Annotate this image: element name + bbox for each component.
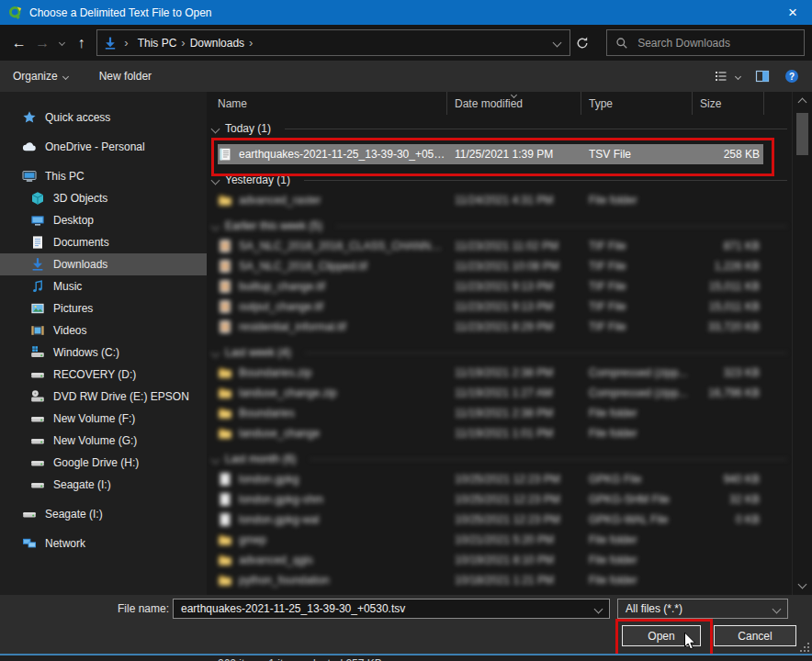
- column-headers: NameDate modifiedTypeSize: [207, 92, 812, 115]
- file-row-selected[interactable]: earthquakes-2021-11-25_13-39-30_+0530...…: [218, 144, 763, 164]
- size-cell: 871 KB: [693, 240, 763, 252]
- type-cell: TIF File: [581, 260, 693, 273]
- sidebar-item-downloads[interactable]: Downloads: [0, 253, 207, 275]
- file-name-combo: [173, 599, 610, 619]
- file-row[interactable]: london.gpkg-wal10/25/2021 12:23 PMGPKG-W…: [218, 510, 763, 530]
- file-name-input[interactable]: [174, 602, 595, 615]
- music-icon: [30, 279, 45, 294]
- sidebar-item-windows-c[interactable]: Windows (C:): [0, 342, 207, 364]
- sidebar-item-label: 3D Objects: [53, 192, 107, 205]
- file-row[interactable]: residential_informal.tif11/23/2021 8:29 …: [218, 317, 763, 337]
- type-cell: Compressed (zipp...: [581, 387, 693, 399]
- up-button[interactable]: ↑: [70, 35, 93, 51]
- preview-pane-icon[interactable]: [755, 69, 770, 84]
- file-row[interactable]: advanced_raster11/24/2021 4:31 PMFile fo…: [218, 190, 763, 210]
- recent-locations-chevron-icon[interactable]: [59, 39, 65, 46]
- breadcrumb-item-downloads[interactable]: Downloads: [187, 37, 247, 50]
- sidebar-item-seagate-i[interactable]: Seagate (I:): [0, 474, 207, 496]
- file-row[interactable]: gmep10/21/2021 5:20 PMFile folder: [218, 530, 763, 550]
- search-input[interactable]: [636, 36, 796, 50]
- file-name-text: london.gpkg: [239, 473, 299, 486]
- refresh-button[interactable]: [570, 36, 595, 50]
- date-modified-cell: 11/23/2021 8:29 PM: [447, 320, 581, 333]
- address-dropdown-chevron-icon[interactable]: [552, 39, 561, 48]
- group-header[interactable]: Yesterday (1): [218, 170, 793, 190]
- file-row[interactable]: SA_NLC_2016_2016_CLASS_CHANNEL_Ch...11/2…: [218, 236, 763, 256]
- resize-grip[interactable]: [798, 641, 809, 652]
- file-row[interactable]: london.gpkg10/25/2021 12:23 PMGPKG File9…: [218, 469, 763, 489]
- sidebar-item-recovery-d[interactable]: RECOVERY (D:): [0, 364, 207, 386]
- date-modified-cell: 11/23/2021 10:08 PM: [447, 260, 581, 273]
- drive-icon: [30, 411, 45, 426]
- sidebar-item-network[interactable]: Network: [0, 532, 207, 555]
- group-header[interactable]: Last week (4): [218, 342, 793, 363]
- new-folder-button[interactable]: New folder: [99, 70, 152, 83]
- file-name-text: python_foundation: [239, 574, 330, 587]
- sidebar-item-desktop[interactable]: Desktop: [0, 209, 207, 231]
- scroll-down-icon[interactable]: [798, 580, 807, 589]
- help-icon[interactable]: ?: [784, 69, 799, 84]
- column-header-date-modified[interactable]: Date modified: [447, 92, 581, 115]
- sidebar-item-label: New Volume (F:): [53, 412, 135, 425]
- size-cell: 33,720 KB: [693, 320, 763, 333]
- file-type-filter-value: All files (*.*): [626, 602, 682, 615]
- address-bar[interactable]: › This PC›Downloads›: [96, 29, 570, 56]
- organize-button[interactable]: Organize: [13, 70, 68, 83]
- file-name-text: earthquakes-2021-11-25_13-39-30_+0530...: [239, 148, 447, 161]
- file-name-text: london.gpkg-wal: [239, 513, 319, 526]
- file-row[interactable]: SA_NLC_2016_Clipped.tif11/23/2021 10:08 …: [218, 256, 763, 276]
- sidebar-item-3d-objects[interactable]: 3D Objects: [0, 187, 207, 209]
- breadcrumb-item-this-pc[interactable]: This PC: [135, 37, 180, 50]
- close-icon[interactable]: ×: [782, 0, 804, 25]
- group-header[interactable]: Earlier this week (5): [218, 216, 793, 236]
- sidebar-item-new-volume-f[interactable]: New Volume (F:): [0, 408, 207, 430]
- group-header[interactable]: Today (1): [218, 118, 793, 139]
- cancel-button[interactable]: Cancel: [714, 625, 796, 646]
- column-header-name[interactable]: Name: [207, 92, 447, 115]
- sidebar-item-music[interactable]: Music: [0, 275, 207, 297]
- sidebar-item-label: New Volume (G:): [53, 434, 137, 447]
- forward-button[interactable]: →: [30, 35, 53, 51]
- file-row[interactable]: landuse_change.zip11/19/2021 1:27 AMComp…: [218, 383, 763, 403]
- column-header-type[interactable]: Type: [581, 92, 693, 115]
- group-collapse-chevron-icon: [211, 124, 220, 133]
- zip-icon: [218, 386, 232, 400]
- sidebar-item-new-volume-g[interactable]: New Volume (G:): [0, 430, 207, 452]
- group-header[interactable]: Last month (6): [218, 449, 793, 469]
- sidebar-item-quick-access[interactable]: Quick access: [0, 106, 207, 129]
- sidebar-item-pictures[interactable]: Pictures: [0, 297, 207, 319]
- file-row[interactable]: london.gpkg-shm10/25/2021 12:23 PMGPKG-S…: [218, 489, 763, 510]
- zip-icon: [218, 365, 232, 380]
- details-view-icon: [714, 69, 728, 84]
- column-header-label: Type: [589, 97, 613, 110]
- vertical-scrollbar[interactable]: [792, 92, 812, 595]
- file-row[interactable]: landuse_change11/19/2021 1:01 PMFile fol…: [218, 423, 763, 443]
- file-row[interactable]: output_change.tif11/23/2021 9:13 PMTIF F…: [218, 297, 763, 317]
- sidebar-item-seagate-i[interactable]: Seagate (I:): [0, 503, 207, 525]
- group-collapse-chevron-icon: [211, 348, 220, 357]
- scrollbar-thumb[interactable]: [796, 113, 808, 155]
- back-button[interactable]: ←: [7, 35, 30, 51]
- sidebar-item-this-pc[interactable]: This PC: [0, 165, 207, 187]
- date-modified-cell: 10/25/2021 12:23 PM: [447, 473, 581, 486]
- file-name-dropdown-chevron-icon[interactable]: [594, 604, 603, 613]
- file-row[interactable]: builtup_change.tif11/23/2021 9:13 PMTIF …: [218, 276, 763, 297]
- sidebar-item-google-drive-h[interactable]: Google Drive (H:): [0, 452, 207, 474]
- size-cell: 940 KB: [693, 473, 763, 486]
- file-row[interactable]: Boundaries.zip11/19/2021 2:38 PMCompress…: [218, 363, 763, 383]
- sidebar-item-videos[interactable]: Videos: [0, 319, 207, 342]
- file-row[interactable]: advanced_qgis10/19/2021 8:10 PMFile fold…: [218, 550, 763, 570]
- scroll-up-icon[interactable]: [798, 98, 807, 107]
- view-mode-button[interactable]: [714, 69, 740, 84]
- open-button-label: Open: [648, 630, 674, 643]
- date-modified-cell: 10/18/2021 1:21 PM: [447, 574, 581, 587]
- sidebar-item-onedrive-personal[interactable]: OneDrive - Personal: [0, 136, 207, 158]
- file-type-filter-select[interactable]: All files (*.*): [617, 599, 788, 619]
- date-modified-cell: 10/19/2021 8:10 PM: [447, 554, 581, 566]
- sidebar-item-dvd-rw-drive-e-epson[interactable]: DVD RW Drive (E:) EPSON: [0, 386, 207, 408]
- type-cell: File folder: [581, 194, 693, 207]
- file-row[interactable]: python_foundation10/18/2021 1:21 PMFile …: [218, 570, 763, 590]
- column-header-size[interactable]: Size: [693, 92, 764, 115]
- sidebar-item-documents[interactable]: Documents: [0, 231, 207, 253]
- file-row[interactable]: Boundaries11/19/2021 2:38 PMFile folder: [218, 403, 763, 423]
